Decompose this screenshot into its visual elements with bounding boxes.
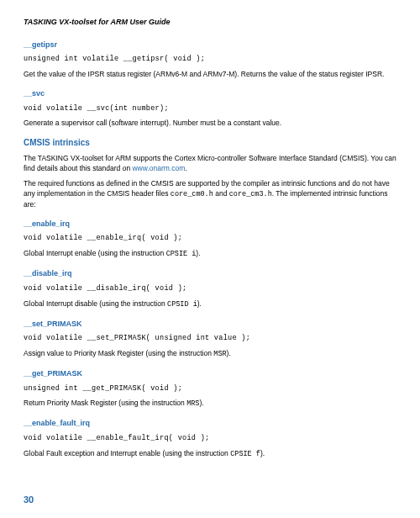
get-primask-pre: Return Priority Mask Register (using the… <box>24 399 186 407</box>
enable-fault-irq-post: ). <box>260 449 265 457</box>
heading-disable-irq: __disable_irq <box>24 268 396 279</box>
disable-irq-code: CPSID i <box>167 300 197 309</box>
code-getipsr: unsigned int volatile __getipsr( void ); <box>24 55 396 65</box>
cmsis-mid: and <box>213 189 229 198</box>
cmsis-para1-post: . <box>185 164 186 172</box>
para-get-primask: Return Priority Mask Register (using the… <box>24 399 396 410</box>
code-set-primask: void volatile __set_PRIMASK( unsigned in… <box>24 334 396 344</box>
heading-set-primask: __set_PRIMASK <box>24 319 396 330</box>
code-disable-irq: void volatile __disable_irq( void ); <box>24 284 396 294</box>
disable-irq-post: ). <box>197 299 202 308</box>
code-enable-fault-irq: void volatile __enable_fault_irq( void )… <box>24 434 396 444</box>
get-primask-code: MRS <box>186 399 199 408</box>
code-core-cm0: core_cm0.h <box>171 190 213 198</box>
link-onarm[interactable]: www.onarm.com <box>132 164 185 172</box>
page-number: 30 <box>24 494 34 506</box>
heading-get-primask: __get_PRIMASK <box>24 368 396 379</box>
disable-irq-pre: Global Interrupt disable (using the inst… <box>24 299 167 308</box>
set-primask-pre: Assign value to Priority Mask Register (… <box>24 349 213 357</box>
para-cmsis-2: The required functions as defined in the… <box>24 179 396 210</box>
get-primask-post: ). <box>199 399 203 407</box>
enable-irq-pre: Global Interrupt enable (using the instr… <box>24 249 166 257</box>
set-primask-code: MSR <box>213 350 226 358</box>
page-header-title: TASKING VX-toolset for ARM User Guide <box>24 17 396 28</box>
set-primask-post: ). <box>227 349 231 357</box>
heading-enable-fault-irq: __enable_fault_irq <box>24 418 396 429</box>
para-svc: Generate a supervisor call (software int… <box>24 119 396 129</box>
cmsis-para1-pre: The TASKING VX-toolset for ARM supports … <box>24 154 396 172</box>
heading-getipsr: __getipsr <box>24 40 396 50</box>
heading-svc: __svc <box>24 88 396 99</box>
enable-fault-irq-code: CPSIE f <box>230 450 260 458</box>
enable-irq-post: ). <box>196 249 200 257</box>
para-enable-fault-irq: Global Fault exception and Interrupt ena… <box>24 449 396 460</box>
heading-enable-irq: __enable_irq <box>24 219 396 230</box>
code-enable-irq: void volatile __enable_irq( void ); <box>24 234 396 244</box>
code-core-cm3: core_cm3.h <box>229 190 272 198</box>
para-disable-irq: Global Interrupt disable (using the inst… <box>24 299 396 310</box>
heading-cmsis: CMSIS intrinsics <box>24 137 396 149</box>
code-svc: void volatile __svc(int number); <box>24 104 396 114</box>
para-cmsis-1: The TASKING VX-toolset for ARM supports … <box>24 154 396 174</box>
para-getipsr: Get the value of the IPSR status registe… <box>24 70 396 80</box>
code-get-primask: unsigned int __get_PRIMASK( void ); <box>24 384 396 394</box>
enable-fault-irq-pre: Global Fault exception and Interrupt ena… <box>24 449 230 457</box>
enable-irq-code: CPSIE i <box>166 250 197 258</box>
para-enable-irq: Global Interrupt enable (using the instr… <box>24 249 396 260</box>
para-set-primask: Assign value to Priority Mask Register (… <box>24 349 396 360</box>
